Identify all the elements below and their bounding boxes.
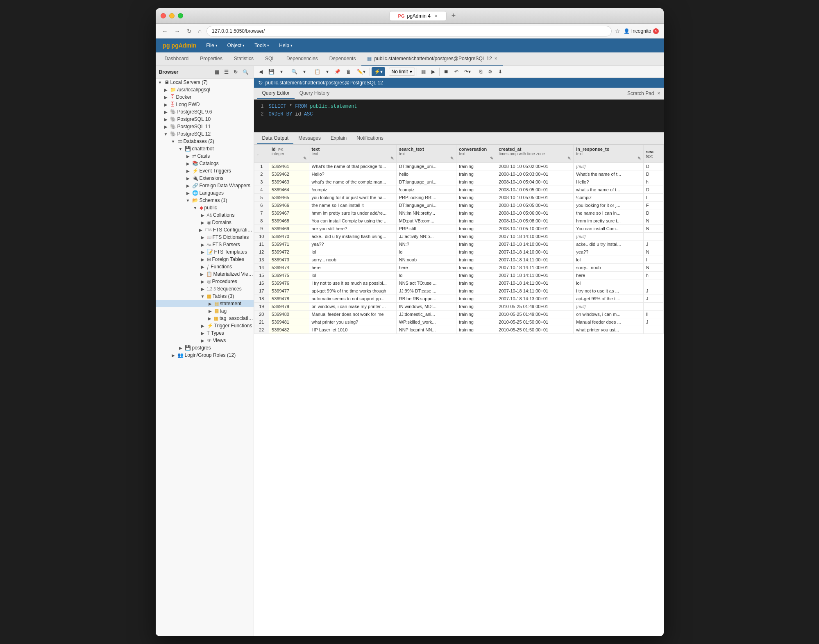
tab-close-button[interactable]: ×: [435, 13, 438, 19]
tree-item-foreign-data[interactable]: ▶ 🔗 Foreign Data Wrappers: [156, 182, 254, 189]
table-row[interactable]: 115369471yea??NN:?training2007-10-18 14:…: [254, 240, 663, 248]
tree-item-docker[interactable]: ▶ 🗄 Docker: [156, 93, 254, 101]
tree-item-statement[interactable]: ▶ ▦ statement: [156, 300, 254, 307]
toggle-extensions[interactable]: ▶: [185, 176, 191, 181]
toolbar-find-arrow-btn[interactable]: ▾: [301, 67, 308, 76]
sidebar-tool-search[interactable]: 🔍: [241, 68, 250, 76]
table-row[interactable]: 25369462Hello?hellotraining2008-10-10 05…: [254, 170, 663, 178]
table-row[interactable]: 125369472lolloltraining2007-10-18 14:10:…: [254, 248, 663, 256]
sidebar-tool-grid[interactable]: ▦: [213, 68, 221, 76]
tree-item-fts-templates[interactable]: ▶ 📝 FTS Templates: [156, 248, 254, 256]
toggle-login-groups[interactable]: ▶: [170, 353, 176, 358]
toolbar-find-btn[interactable]: 🔍: [289, 67, 300, 76]
toolbar-macro-btn[interactable]: ⚙: [486, 67, 495, 76]
limit-selector[interactable]: No limit ▾: [389, 68, 415, 76]
table-row[interactable]: 75369467hmm im pretty sure its under add…: [254, 209, 663, 217]
toggle-views[interactable]: ▶: [200, 338, 206, 343]
toolbar-copy2-btn[interactable]: ⎘: [477, 67, 485, 76]
active-tab[interactable]: PG pgAdmin 4 ×: [389, 11, 447, 21]
back-button[interactable]: ←: [161, 26, 170, 36]
tree-item-tag[interactable]: ▶ ▦ tag: [156, 307, 254, 315]
toggle-foreign-tables[interactable]: ▶: [200, 257, 206, 262]
tab-messages[interactable]: Messages: [293, 133, 326, 144]
tab-query-close[interactable]: ×: [495, 56, 497, 61]
col-text[interactable]: text text ✎: [309, 145, 396, 163]
tree-item-pg11[interactable]: ▶ 🐘 PostgreSQL 11: [156, 123, 254, 130]
tree-item-pg12[interactable]: ▼ 🐘 PostgreSQL 12: [156, 130, 254, 138]
table-row[interactable]: 85369468You can install Compiz by using …: [254, 217, 663, 225]
toolbar-edit-btn[interactable]: ✏️▾: [354, 67, 368, 76]
toolbar-back-btn[interactable]: ◀: [256, 67, 265, 76]
toggle-fts-configs[interactable]: ▶: [198, 228, 204, 232]
toggle-casts[interactable]: ▶: [185, 154, 191, 159]
tree-item-usr-local[interactable]: ▶ 📁 /usr/local/pgsql: [156, 86, 254, 93]
toolbar-redo-btn[interactable]: ↷▾: [462, 67, 473, 76]
toggle-foreign-data[interactable]: ▶: [185, 184, 191, 188]
menu-tools[interactable]: Tools ▾: [250, 41, 273, 50]
toolbar-undo-btn[interactable]: ↶: [452, 67, 461, 76]
edit-icon-text[interactable]: ✎: [390, 156, 394, 161]
minimize-button[interactable]: [169, 13, 175, 18]
toggle-postgres-db[interactable]: ▶: [178, 346, 184, 350]
table-row[interactable]: 185369478automatix seems to not support …: [254, 295, 663, 303]
edit-icon-conv[interactable]: ✎: [490, 156, 493, 161]
tree-item-foreign-tables[interactable]: ▶ ⊞ Foreign Tables: [156, 256, 254, 263]
toolbar-copy-btn[interactable]: 📋: [312, 67, 323, 76]
tab-query-history[interactable]: Query History: [295, 88, 334, 99]
toolbar-save-btn[interactable]: 💾: [266, 67, 277, 76]
tree-item-fts-parsers[interactable]: ▶ Aa FTS Parsers: [156, 241, 254, 248]
table-row[interactable]: 145369474hereheretraining2007-10-18 14:1…: [254, 264, 663, 272]
toolbar-download-btn[interactable]: ⬇: [496, 67, 505, 76]
tree-item-pg10[interactable]: ▶ 🐘 PostgreSQL 10: [156, 116, 254, 123]
toggle-event-triggers[interactable]: ▶: [185, 169, 191, 173]
col-sea[interactable]: sea text: [643, 145, 663, 163]
scratch-pad-close[interactable]: ×: [657, 91, 660, 96]
tree-item-trigger-fns[interactable]: ▶ ⚡ Trigger Functions: [156, 322, 254, 329]
toggle-usr-local[interactable]: ▶: [163, 88, 169, 92]
table-row[interactable]: 205369480Manual feeder does not work for…: [254, 311, 663, 318]
bookmark-icon[interactable]: ☆: [615, 28, 620, 34]
toolbar-stop-btn[interactable]: ⏹: [441, 67, 451, 76]
table-row[interactable]: 35369463what's the name of the compiz ma…: [254, 178, 663, 186]
table-row[interactable]: 15369461What's the name of that package …: [254, 163, 663, 170]
toggle-schemas[interactable]: ▼: [185, 198, 191, 203]
table-row[interactable]: 195369479on windows, i can make my print…: [254, 303, 663, 311]
home-button[interactable]: ⌂: [197, 26, 203, 36]
toggle-catalogs[interactable]: ▶: [185, 161, 191, 166]
url-bar[interactable]: [206, 26, 612, 36]
toggle-long-pwd[interactable]: ▶: [163, 102, 169, 107]
tree-item-languages[interactable]: ▶ 🌐 Languages: [156, 189, 254, 197]
tab-dashboard[interactable]: Dashboard: [159, 52, 195, 66]
tree-item-collations[interactable]: ▶ Aä Collations: [156, 211, 254, 219]
toggle-databases[interactable]: ▼: [170, 139, 176, 144]
toggle-pg10[interactable]: ▶: [163, 117, 169, 122]
table-row[interactable]: 215369481what printer you using?WP:skill…: [254, 318, 663, 326]
tree-item-sequences[interactable]: ▶ 1.2.3 Sequences: [156, 285, 254, 293]
toggle-pg11[interactable]: ▶: [163, 125, 169, 129]
tree-item-views[interactable]: ▶ 👁 Views: [156, 337, 254, 344]
tab-query[interactable]: ▦ public.statement/chatterbot/postgres@P…: [361, 52, 503, 66]
toggle-procedures[interactable]: ▶: [200, 279, 206, 284]
col-id[interactable]: id PK integer ✎: [269, 145, 309, 163]
sidebar-tool-refresh[interactable]: ↻: [232, 68, 239, 76]
toggle-public[interactable]: ▼: [193, 206, 198, 210]
toggle-tag-assoc[interactable]: ▶: [207, 316, 213, 321]
tree-item-casts[interactable]: ▶ ⇄ Casts: [156, 152, 254, 160]
tree-item-extensions[interactable]: ▶ 🔌 Extensions: [156, 175, 254, 182]
table-row[interactable]: 45369464!compiz!compiztraining2008-10-10…: [254, 186, 663, 194]
tree-item-schemas[interactable]: ▼ 📂 Schemas (1): [156, 197, 254, 204]
tree-item-mat-views[interactable]: ▶ 📋 Materialized Views: [156, 270, 254, 278]
col-conversation[interactable]: conversation text ✎: [456, 145, 496, 163]
table-row[interactable]: 65369466the name so I can install itDT:l…: [254, 202, 663, 209]
tree-item-pg96[interactable]: ▶ 🐘 PostgreSQL 9.6: [156, 108, 254, 116]
tree-item-local-servers[interactable]: ▼ 🖥 Local Servers (7): [156, 79, 254, 86]
toggle-collations[interactable]: ▶: [200, 213, 206, 218]
tab-query-editor[interactable]: Query Editor: [257, 88, 295, 99]
tab-properties[interactable]: Properties: [194, 52, 228, 66]
sidebar-tool-list[interactable]: ☰: [222, 68, 230, 76]
new-tab-button[interactable]: +: [450, 11, 458, 20]
tree-item-functions[interactable]: ▶ ƒ Functions: [156, 263, 254, 270]
tab-explain[interactable]: Explain: [326, 133, 352, 144]
tab-dependencies[interactable]: Dependencies: [281, 52, 324, 66]
tree-item-fts-dict[interactable]: ▶ 📖 FTS Dictionaries: [156, 234, 254, 241]
